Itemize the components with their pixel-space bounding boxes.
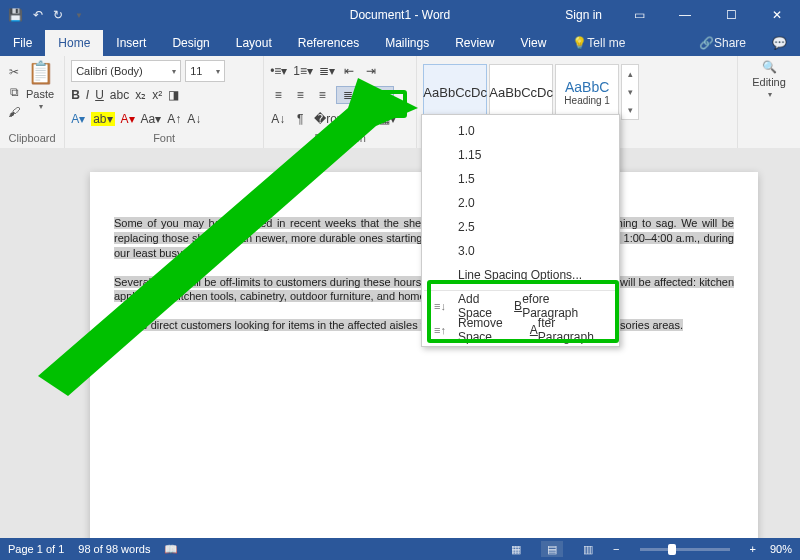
change-case-icon[interactable]: Aa▾ [141,112,162,126]
minimize-button[interactable]: — [662,0,708,30]
shrink-font-icon[interactable]: A↓ [187,112,201,126]
group-font: Font [71,132,257,146]
highlight-icon[interactable]: ab▾ [91,112,114,126]
line-spacing-options[interactable]: Line Spacing Options... [422,263,619,287]
borders-icon[interactable]: ▦▾ [379,112,396,126]
tab-mailings[interactable]: Mailings [372,30,442,56]
multilevel-icon[interactable]: ≣▾ [319,64,335,78]
spacing-2-0[interactable]: 2.0 [422,191,619,215]
line-spacing-menu: 1.0 1.15 1.5 2.0 2.5 3.0 Line Spacing Op… [421,114,620,347]
spacing-1-0[interactable]: 1.0 [422,119,619,143]
bold-button[interactable]: B [71,88,80,102]
style-nospacing[interactable]: AaBbCcDc [489,64,553,120]
space-before-icon: ≡↓ [432,300,448,312]
zoom-level[interactable]: 90% [770,543,792,555]
underline-button[interactable]: U [95,88,104,102]
zoom-in-icon[interactable]: + [750,543,756,555]
group-paragraph: Paragraph [270,132,410,146]
tab-insert[interactable]: Insert [103,30,159,56]
show-marks-icon[interactable]: ¶ [292,112,308,126]
tab-layout[interactable]: Layout [223,30,285,56]
tab-design[interactable]: Design [159,30,222,56]
spacing-2-5[interactable]: 2.5 [422,215,619,239]
sort-icon[interactable]: A↓ [270,112,286,126]
font-size-combo[interactable]: 11▾ [185,60,225,82]
editing-button[interactable]: 🔍 Editing ▾ [744,60,794,99]
read-mode-icon[interactable]: ▦ [505,541,527,557]
add-space-before[interactable]: ≡↓Add Space Before Paragraph [422,294,619,318]
web-layout-icon[interactable]: ▥ [577,541,599,557]
cut-icon[interactable]: ✂ [6,64,22,80]
share-button[interactable]: 🔗 Share [686,30,759,56]
status-page[interactable]: Page 1 of 1 [8,543,64,555]
format-painter-icon[interactable]: 🖌 [6,104,22,120]
editing-label: Editing [752,76,786,88]
bullets-icon[interactable]: •≡▾ [270,64,287,78]
numbering-icon[interactable]: 1≡▾ [293,64,313,78]
shading-icon[interactable]: �románů▾ [314,112,373,126]
print-layout-icon[interactable]: ▤ [541,541,563,557]
increase-indent-icon[interactable]: ⇥ [363,64,379,78]
document-area[interactable]: Some of you may have noticed in recent w… [0,148,800,538]
spacing-3-0[interactable]: 3.0 [422,239,619,263]
tab-view[interactable]: View [508,30,560,56]
signin-link[interactable]: Sign in [551,8,616,22]
text-effects-icon[interactable]: A▾ [71,112,85,126]
titlebar: 💾 ↶ ↻ ▼ Document1 - Word Sign in ▭ — ☐ ✕ [0,0,800,30]
tab-tellme[interactable]: 💡 Tell me [559,30,638,56]
remove-space-after[interactable]: ≡↑Remove Space After Paragraph [422,318,619,342]
font-color-icon[interactable]: A▾ [121,112,135,126]
comments-icon[interactable]: 💬 [759,30,800,56]
group-clipboard: Clipboard [6,132,58,146]
align-center-icon[interactable]: ≡ [292,88,308,102]
justify-icon[interactable]: ≣ [336,86,360,104]
ribbon-tabs: File Home Insert Design Layout Reference… [0,30,800,56]
maximize-button[interactable]: ☐ [708,0,754,30]
styles-more-icon[interactable]: ▴▾▾ [621,64,639,120]
line-spacing-icon[interactable]: ‡≡▾ [366,86,394,104]
close-button[interactable]: ✕ [754,0,800,30]
tab-references[interactable]: References [285,30,372,56]
copy-icon[interactable]: ⧉ [6,84,22,100]
font-name-combo[interactable]: Calibri (Body)▾ [71,60,181,82]
decrease-indent-icon[interactable]: ⇤ [341,64,357,78]
zoom-slider[interactable] [640,548,730,551]
tab-home[interactable]: Home [45,30,103,56]
ribbon-display-icon[interactable]: ▭ [616,0,662,30]
style-heading1[interactable]: AaBbCHeading 1 [555,64,619,120]
space-after-icon: ≡↑ [432,324,448,336]
find-icon: 🔍 [762,60,777,74]
zoom-out-icon[interactable]: − [613,543,619,555]
spacing-1-15[interactable]: 1.15 [422,143,619,167]
superscript-button[interactable]: x² [152,88,162,102]
tab-file[interactable]: File [0,30,45,56]
strike-button[interactable]: abc [110,88,129,102]
ribbon: ✂ ⧉ 🖌 📋 Paste ▾ Clipboard Calibri (Body)… [0,56,800,149]
spacing-1-5[interactable]: 1.5 [422,167,619,191]
clear-format-icon[interactable]: ◨ [168,88,179,102]
paste-button[interactable]: 📋 Paste ▾ [22,60,58,132]
tab-review[interactable]: Review [442,30,507,56]
style-normal[interactable]: AaBbCcDc [423,64,487,120]
paste-label: Paste [26,88,54,100]
status-words[interactable]: 98 of 98 words [78,543,150,555]
grow-font-icon[interactable]: A↑ [167,112,181,126]
subscript-button[interactable]: x₂ [135,88,146,102]
align-right-icon[interactable]: ≡ [314,88,330,102]
proofing-icon[interactable]: 📖 [164,543,178,556]
italic-button[interactable]: I [86,88,89,102]
statusbar: Page 1 of 1 98 of 98 words 📖 ▦ ▤ ▥ − + 9… [0,538,800,560]
align-left-icon[interactable]: ≡ [270,88,286,102]
